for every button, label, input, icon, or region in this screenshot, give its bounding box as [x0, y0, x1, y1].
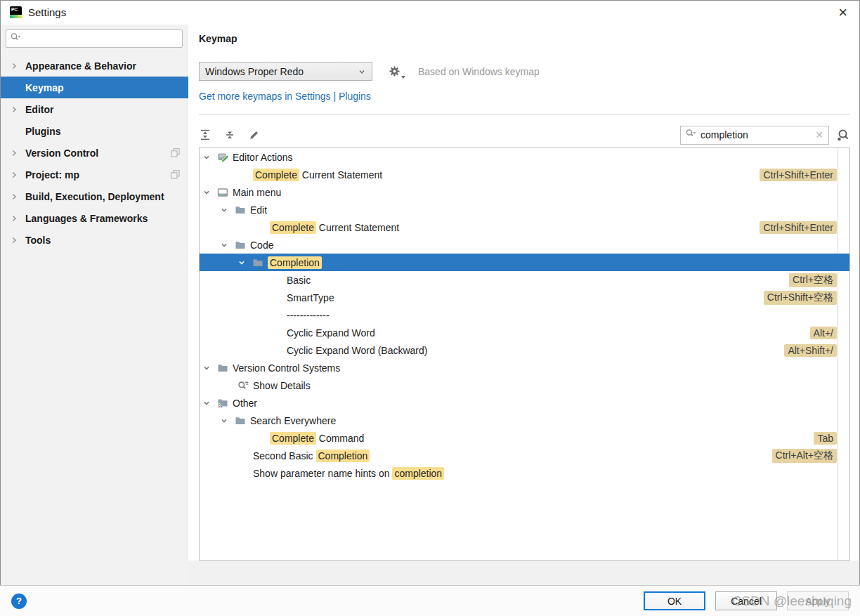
- keymap-selector-row: Windows Proper Redo Based on Windows key…: [199, 62, 850, 81]
- expand-all-icon[interactable]: [199, 129, 211, 141]
- tree-row-label: SmartType: [287, 292, 334, 303]
- tree-row-label: Basic: [287, 275, 311, 286]
- tree-row-label: Complete Current Statement: [253, 169, 382, 181]
- clear-filter-icon[interactable]: ✕: [815, 130, 823, 140]
- tree-row-code[interactable]: Code: [200, 236, 849, 254]
- tree-row-main-menu[interactable]: Main menu: [200, 183, 849, 201]
- tree-row-[interactable]: -------------: [200, 306, 849, 324]
- window-title: Settings: [28, 6, 66, 18]
- tree-row-label: Editor Actions: [233, 152, 293, 163]
- keymap-toolbar: ✕: [199, 125, 850, 145]
- sidebar-item-plugins[interactable]: Plugins: [0, 120, 188, 142]
- tree-row-label: Search Everywhere: [250, 415, 336, 426]
- sidebar-item-label: Plugins: [25, 126, 61, 137]
- folder-icon: [235, 204, 250, 216]
- get-more-keymaps-link[interactable]: Get more keymaps in Settings | Plugins: [199, 91, 371, 103]
- tree-row-show-parameter-name-hints-on-completion[interactable]: Show parameter name hints on completion: [200, 464, 849, 482]
- tree-row-version-control-systems[interactable]: Version Control Systems: [200, 359, 849, 376]
- tree-row-show-details[interactable]: Show Details: [200, 376, 849, 394]
- chevron-down-icon[interactable]: [220, 417, 235, 425]
- tree-row-edit[interactable]: Edit: [200, 201, 849, 218]
- sidebar-item-keymap[interactable]: Keymap: [0, 77, 188, 98]
- settings-sidebar: Appearance & BehaviorKeymapEditorPlugins…: [0, 25, 188, 585]
- sidebar-search-input[interactable]: [22, 33, 182, 44]
- edit-pencil-icon[interactable]: [248, 129, 261, 141]
- tree-row-complete-command[interactable]: Complete CommandTab: [200, 429, 849, 447]
- sidebar-item-label: Languages & Frameworks: [25, 213, 148, 224]
- filter-input[interactable]: [701, 129, 815, 140]
- sidebar-item-label: Keymap: [25, 82, 63, 93]
- folder-icon: [217, 362, 233, 374]
- chevron-right-icon[interactable]: [10, 105, 25, 114]
- sidebar-item-tools[interactable]: Tools: [0, 229, 188, 251]
- filter-search-box[interactable]: ✕: [680, 126, 829, 145]
- find-by-shortcut-icon[interactable]: [836, 129, 850, 142]
- chevron-right-icon[interactable]: [10, 171, 25, 179]
- tree-row-label: Code: [250, 240, 273, 251]
- sidebar-item-editor[interactable]: Editor: [0, 98, 188, 120]
- search-icon: [686, 129, 697, 141]
- search-icon: [11, 32, 22, 45]
- shortcut-chip: Ctrl+Shift+Enter: [760, 221, 837, 234]
- search-match-highlight: completion: [392, 467, 444, 480]
- search-match-highlight: Complete: [270, 432, 316, 445]
- chevron-right-icon[interactable]: [10, 149, 25, 157]
- sidebar-item-version-control[interactable]: Version Control: [0, 142, 188, 164]
- sidebar-item-project-mp[interactable]: Project: mp: [0, 164, 188, 185]
- folder-icon: [235, 415, 250, 426]
- tree-row-label: Other: [233, 398, 257, 409]
- sidebar-item-languages-frameworks[interactable]: Languages & Frameworks: [0, 207, 188, 229]
- chevron-down-icon[interactable]: [220, 241, 235, 249]
- chevron-down-icon[interactable]: [202, 399, 217, 407]
- shared-settings-icon: [171, 148, 180, 157]
- tree-row-other[interactable]: Other: [200, 394, 849, 412]
- footer-bar: ? OK Cancel Apply CSDN @leeshuqing: [0, 585, 860, 616]
- tree-row-cyclic-expand-word-backward[interactable]: Cyclic Expand Word (Backward)Alt+Shift+/: [200, 341, 849, 359]
- tree-row-label: Show Details: [253, 380, 311, 391]
- tree-row-basic[interactable]: BasicCtrl+空格: [200, 271, 849, 289]
- tree-row-label: Show parameter name hints on completion: [253, 468, 444, 479]
- help-icon[interactable]: ?: [11, 594, 27, 609]
- gear-icon[interactable]: [388, 65, 401, 78]
- chevron-down-icon[interactable]: [202, 364, 217, 372]
- shortcut-chip: Ctrl+Shift+空格: [764, 291, 837, 305]
- pycharm-logo-icon: PC: [10, 6, 22, 18]
- titlebar: PC Settings ×: [0, 0, 860, 25]
- chevron-down-icon[interactable]: [202, 153, 217, 162]
- tree-row-cyclic-expand-word[interactable]: Cyclic Expand WordAlt+/: [200, 324, 849, 341]
- chevron-right-icon[interactable]: [10, 236, 25, 244]
- cancel-button[interactable]: Cancel: [715, 591, 777, 610]
- chevron-down-icon[interactable]: [237, 258, 252, 267]
- apply-button[interactable]: Apply: [787, 591, 849, 610]
- ok-button[interactable]: OK: [644, 591, 705, 610]
- tree-row-smarttype[interactable]: SmartTypeCtrl+Shift+空格: [200, 289, 849, 306]
- chevron-right-icon[interactable]: [10, 214, 25, 223]
- close-icon[interactable]: ×: [838, 6, 847, 20]
- tree-row-complete-current-statement[interactable]: Complete Current StatementCtrl+Shift+Ent…: [200, 218, 849, 236]
- sidebar-item-build-execution-deployment[interactable]: Build, Execution, Deployment: [0, 185, 188, 207]
- chevron-down-icon[interactable]: [202, 188, 217, 197]
- folder-icon: [235, 240, 250, 251]
- collapse-all-icon[interactable]: [223, 129, 236, 141]
- sidebar-nav: Appearance & BehaviorKeymapEditorPlugins…: [0, 55, 188, 251]
- chevron-down-icon[interactable]: [220, 206, 235, 214]
- keymap-select[interactable]: Windows Proper Redo: [199, 62, 372, 81]
- tree-row-label: Second Basic Completion: [253, 450, 370, 461]
- tree-row-search-everywhere[interactable]: Search Everywhere: [200, 412, 849, 429]
- tree-row-editor-actions[interactable]: Editor Actions: [200, 148, 849, 166]
- keymap-tree: Editor ActionsComplete Current Statement…: [199, 148, 850, 561]
- chevron-right-icon[interactable]: [10, 62, 25, 70]
- tree-row-label: -------------: [287, 310, 330, 321]
- tree-row-label: Cyclic Expand Word: [287, 327, 375, 339]
- sidebar-item-appearance-behavior[interactable]: Appearance & Behavior: [0, 55, 188, 77]
- tree-row-complete-current-statement[interactable]: Complete Current StatementCtrl+Shift+Ent…: [200, 166, 849, 183]
- editor-actions-icon: [217, 152, 233, 163]
- shortcut-chip: Alt+Shift+/: [784, 344, 837, 357]
- tree-row-completion[interactable]: Completion: [200, 254, 849, 271]
- chevron-right-icon[interactable]: [10, 192, 25, 201]
- sidebar-search-box[interactable]: [6, 30, 183, 48]
- tree-row-second-basic-completion[interactable]: Second Basic CompletionCtrl+Alt+空格: [200, 447, 849, 464]
- folder-dots-icon: [217, 398, 233, 409]
- chevron-down-icon: [358, 67, 366, 76]
- sidebar-item-label: Version Control: [25, 148, 98, 159]
